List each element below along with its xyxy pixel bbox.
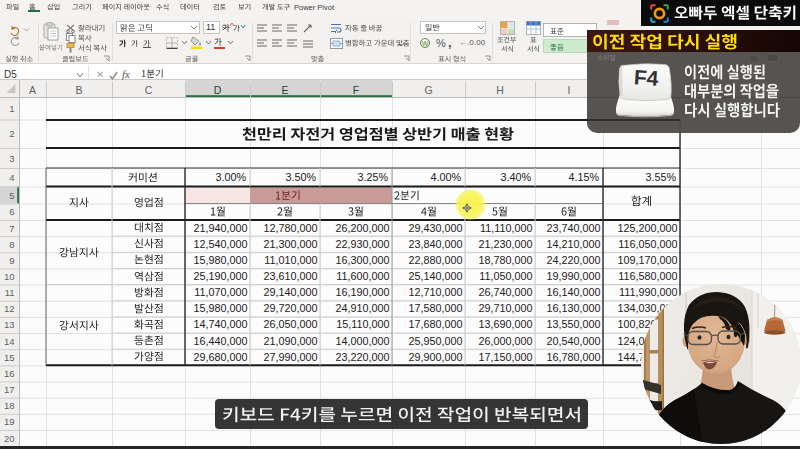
svg-text:11,010,000: 11,010,000: [264, 254, 317, 266]
svg-text:27,990,000: 27,990,000: [263, 351, 317, 363]
svg-text:F: F: [353, 84, 359, 96]
svg-text:12,780,000: 12,780,000: [263, 222, 317, 234]
svg-text:6: 6: [9, 206, 14, 217]
svg-text:16,190,000: 16,190,000: [335, 286, 389, 298]
svg-text:22,880,000: 22,880,000: [408, 254, 462, 266]
svg-text:23,610,000: 23,610,000: [263, 270, 317, 282]
svg-text:2: 2: [9, 128, 14, 139]
svg-text:D: D: [214, 84, 222, 96]
svg-text:4.00%: 4.00%: [430, 171, 461, 183]
svg-text:4: 4: [9, 172, 14, 183]
svg-text:12: 12: [4, 303, 15, 314]
svg-text:H: H: [496, 84, 504, 96]
svg-text:20: 20: [4, 433, 15, 444]
svg-text:23,840,000: 23,840,000: [408, 238, 462, 250]
svg-text:16,130,000: 16,130,000: [546, 302, 600, 314]
svg-text:25,950,000: 25,950,000: [408, 335, 462, 347]
svg-text:12,710,000: 12,710,000: [408, 286, 462, 298]
svg-text:21,090,000: 21,090,000: [263, 335, 317, 347]
svg-text:B: B: [75, 84, 82, 96]
svg-text:16,780,000: 16,780,000: [546, 351, 600, 363]
svg-text:21,230,000: 21,230,000: [478, 238, 532, 250]
svg-text:4.15%: 4.15%: [568, 171, 599, 183]
svg-text:22,930,000: 22,930,000: [335, 238, 389, 250]
svg-text:20,540,000: 20,540,000: [546, 335, 600, 347]
svg-text:5: 5: [9, 190, 14, 201]
svg-text:26,000,000: 26,000,000: [478, 335, 532, 347]
svg-text:11,110,000: 11,110,000: [480, 222, 532, 234]
svg-text:3.40%: 3.40%: [500, 171, 531, 183]
svg-text:C: C: [145, 84, 153, 96]
svg-text:7: 7: [9, 223, 14, 234]
svg-text:3: 3: [9, 153, 14, 164]
svg-text:14,000,000: 14,000,000: [335, 335, 389, 347]
svg-text:24,220,000: 24,220,000: [546, 254, 600, 266]
svg-text:13: 13: [4, 319, 15, 330]
svg-text:3.00%: 3.00%: [215, 171, 246, 183]
svg-text:11,070,000: 11,070,000: [194, 286, 247, 298]
svg-text:109,170,000: 109,170,000: [617, 254, 677, 266]
svg-text:13,550,000: 13,550,000: [546, 318, 600, 330]
svg-text:8: 8: [9, 239, 14, 250]
svg-text:19: 19: [4, 416, 15, 427]
svg-text:3.25%: 3.25%: [357, 171, 388, 183]
svg-text:21,300,000: 21,300,000: [263, 238, 317, 250]
svg-text:17,580,000: 17,580,000: [408, 302, 462, 314]
svg-text:13,690,000: 13,690,000: [478, 318, 532, 330]
svg-text:14,740,000: 14,740,000: [193, 318, 247, 330]
svg-text:10: 10: [4, 271, 15, 282]
svg-text:3.50%: 3.50%: [285, 171, 316, 183]
svg-text:11: 11: [5, 287, 15, 298]
svg-text:26,740,000: 26,740,000: [478, 286, 532, 298]
svg-text:15,980,000: 15,980,000: [193, 254, 247, 266]
svg-text:16,140,000: 16,140,000: [546, 286, 600, 298]
svg-text:26,050,000: 26,050,000: [263, 318, 317, 330]
svg-text:15,980,000: 15,980,000: [193, 302, 247, 314]
svg-text:14: 14: [4, 336, 15, 347]
svg-text:9: 9: [9, 255, 14, 266]
svg-text:29,900,000: 29,900,000: [408, 351, 462, 363]
svg-text:29,680,000: 29,680,000: [193, 351, 247, 363]
svg-text:116,050,000: 116,050,000: [618, 238, 677, 250]
svg-text:1: 1: [9, 103, 14, 114]
svg-text:16,300,000: 16,300,000: [335, 254, 389, 266]
svg-text:25,190,000: 25,190,000: [193, 270, 247, 282]
svg-text:18,780,000: 18,780,000: [478, 254, 532, 266]
svg-text:17: 17: [4, 384, 15, 395]
svg-text:G: G: [424, 84, 432, 96]
svg-text:I: I: [568, 84, 571, 96]
svg-text:116,580,000: 116,580,000: [618, 270, 677, 282]
svg-text:23,220,000: 23,220,000: [335, 351, 389, 363]
svg-text:11,050,000: 11,050,000: [479, 270, 532, 282]
svg-text:24,910,000: 24,910,000: [335, 302, 389, 314]
svg-text:17,150,000: 17,150,000: [478, 351, 532, 363]
svg-text:29,430,000: 29,430,000: [408, 222, 462, 234]
svg-text:18: 18: [4, 400, 15, 411]
svg-text:14,210,000: 14,210,000: [546, 238, 600, 250]
svg-text:23,740,000: 23,740,000: [546, 222, 600, 234]
svg-text:21,940,000: 21,940,000: [193, 222, 247, 234]
svg-text:29,140,000: 29,140,000: [263, 286, 317, 298]
svg-text:25,140,000: 25,140,000: [408, 270, 462, 282]
svg-text:29,720,000: 29,720,000: [263, 302, 317, 314]
svg-text:19,990,000: 19,990,000: [546, 270, 600, 282]
svg-text:17,680,000: 17,680,000: [408, 318, 462, 330]
svg-text:29,710,000: 29,710,000: [478, 302, 532, 314]
svg-text:3.55%: 3.55%: [645, 171, 676, 183]
svg-text:15: 15: [4, 352, 15, 363]
svg-text:A: A: [29, 84, 36, 96]
svg-text:16: 16: [4, 368, 15, 379]
svg-text:16,440,000: 16,440,000: [193, 335, 247, 347]
svg-text:12,540,000: 12,540,000: [193, 238, 247, 250]
svg-text:26,200,000: 26,200,000: [335, 222, 389, 234]
svg-text:F4: F4: [633, 65, 659, 90]
svg-text:15,110,000: 15,110,000: [336, 318, 389, 330]
svg-text:E: E: [281, 84, 288, 96]
svg-text:125,200,000: 125,200,000: [617, 222, 677, 234]
svg-text:11,600,000: 11,600,000: [336, 270, 389, 282]
